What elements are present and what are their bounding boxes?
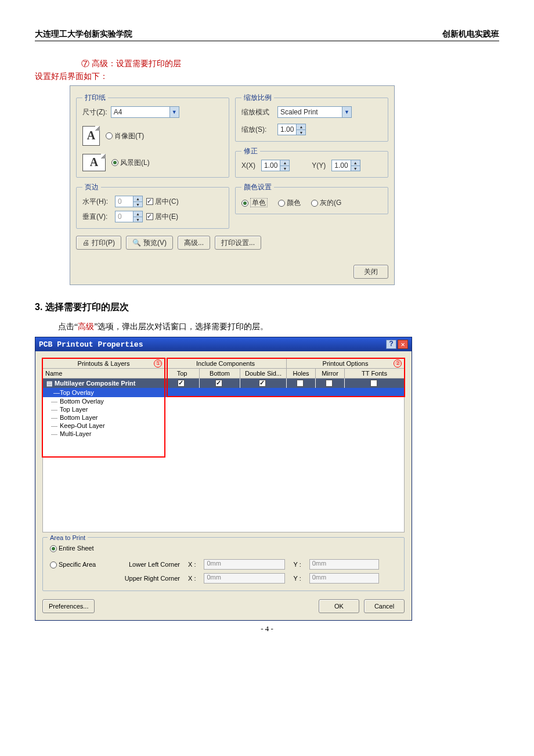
urc-x-input[interactable]: 0mm [204, 573, 285, 584]
margin-h-label: 水平(H): [82, 197, 111, 207]
corr-y-spin[interactable]: 1.00▲▼ [331, 160, 360, 171]
step-7-line: ⑦ 高级：设置需要打印的层 [81, 59, 499, 69]
specific-area-radio[interactable]: Specific Area [50, 561, 108, 568]
scale-value-label: 缩放(S): [241, 125, 274, 135]
size-label: 尺寸(Z): [82, 107, 107, 117]
print-setup-button[interactable]: 打印设置... [215, 236, 261, 250]
paper-legend: 打印纸 [82, 93, 108, 103]
circled-7: ⑦ [81, 59, 89, 68]
section-3-title: 3. 选择需要打印的层次 [35, 301, 499, 314]
preview-button[interactable]: 🔍预览(V) [126, 236, 173, 250]
paper-group: 打印纸 尺寸(Z): A4 ▼ A 肖像图(T) A 风景图( [76, 93, 229, 178]
color-legend: 颜色设置 [241, 182, 274, 192]
header-left: 大连理工大学创新实验学院 [35, 29, 132, 39]
area-legend: Area to Print [48, 534, 88, 541]
section-3-para: 点击“高级”选项，弹出层次对话窗口，选择需要打印的层。 [58, 322, 499, 332]
margin-legend: 页边 [82, 182, 101, 192]
scale-spin[interactable]: 1.00▲▼ [277, 124, 306, 135]
print-button[interactable]: 🖨打印(P) [76, 236, 121, 250]
pcb-printout-dialog: PCB Printout Properties ? ✕ Printouts & … [35, 337, 412, 621]
dialog-titlebar: PCB Printout Properties ? ✕ [35, 337, 412, 351]
center-h-check[interactable]: 居中(C) [146, 197, 179, 207]
color-group: 颜色设置 单色 颜色 灰的(G [235, 182, 388, 214]
scale-mode-label: 缩放模式 [241, 107, 274, 117]
page-number: - 4 - [35, 624, 499, 633]
color-radio[interactable]: 颜色 [278, 198, 301, 208]
size-combo[interactable]: A4 ▼ [111, 106, 179, 118]
correction-legend: 修正 [241, 146, 260, 156]
page-header: 大连理工大学创新实验学院 创新机电实践班 [35, 29, 499, 41]
close-button[interactable]: 关闭 [353, 265, 388, 279]
area-to-print-group: Area to Print Entire Sheet Specific Area… [42, 537, 405, 591]
cancel-button[interactable]: Cancel [364, 599, 405, 613]
margin-v-label: 垂直(V): [82, 212, 111, 222]
annotation-box-1 [42, 358, 165, 458]
llc-x-input[interactable]: 0mm [204, 559, 285, 570]
size-value: A4 [111, 108, 169, 116]
printouts-table: Printouts & Layers ① Include Components … [42, 358, 405, 532]
help-icon[interactable]: ? [386, 340, 396, 349]
chevron-down-icon: ▼ [169, 107, 179, 117]
preferences-button[interactable]: Preferences... [42, 599, 95, 613]
dialog-title: PCB Printout Properties [39, 340, 143, 349]
advanced-button[interactable]: 高级... [178, 236, 210, 250]
margin-v-spin[interactable]: 0▲▼ [115, 211, 143, 222]
gray-radio[interactable]: 灰的(G [311, 198, 341, 208]
corr-y-label: Y(Y) [312, 161, 326, 170]
print-settings-dialog: 打印纸 尺寸(Z): A4 ▼ A 肖像图(T) A 风景图( [70, 85, 395, 285]
corr-x-spin[interactable]: 1.00▲▼ [261, 160, 290, 171]
header-right: 创新机电实践班 [442, 29, 499, 39]
portrait-radio[interactable]: 肖像图(T) [106, 131, 144, 141]
step-7-text: 高级：设置需要打印的层 [92, 59, 181, 68]
margin-h-spin[interactable]: 0▲▼ [115, 196, 143, 207]
portrait-icon: A [82, 126, 100, 146]
close-icon[interactable]: ✕ [398, 340, 408, 349]
scale-group: 缩放比例 缩放模式 Scaled Print▼ 缩放(S): 1.00▲▼ [235, 93, 388, 142]
margin-group: 页边 水平(H): 0▲▼ 居中(C) 垂直(V): 0▲▼ 居中(E) [76, 182, 229, 229]
entire-sheet-radio[interactable]: Entire Sheet [50, 545, 94, 552]
llc-y-input[interactable]: 0mm [309, 559, 379, 570]
magnifier-icon: 🔍 [132, 239, 141, 247]
caption-after: 设置好后界面如下： [35, 71, 499, 82]
ok-button[interactable]: OK [319, 599, 359, 613]
chevron-down-icon: ▼ [342, 107, 351, 117]
scale-mode-combo[interactable]: Scaled Print▼ [277, 106, 352, 118]
annotation-box-2 [167, 358, 405, 397]
corr-x-label: X(X) [241, 161, 255, 170]
scale-legend: 缩放比例 [241, 93, 274, 103]
center-v-check[interactable]: 居中(E) [146, 212, 178, 222]
correction-group: 修正 X(X) 1.00▲▼ Y(Y) 1.00▲▼ [235, 146, 388, 178]
llc-label: Lower Left Corner [116, 561, 180, 568]
printer-icon: 🖨 [82, 239, 89, 247]
urc-y-input[interactable]: 0mm [309, 573, 379, 584]
landscape-icon: A [82, 154, 106, 171]
mono-radio[interactable]: 单色 [241, 198, 268, 208]
landscape-radio[interactable]: 风景图(L) [111, 158, 150, 168]
urc-label: Upper Right Corner [116, 575, 180, 582]
